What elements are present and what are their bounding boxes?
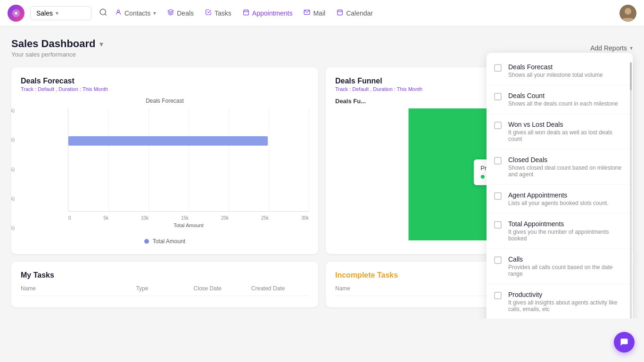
bar-row-2 xyxy=(68,153,309,166)
dropdown-checkbox-4[interactable] xyxy=(494,192,502,200)
dropdown-item-5[interactable]: Total Appointments It gives you the numb… xyxy=(487,214,633,249)
dropdown-item-text-7: Productivity It gives all insights about… xyxy=(508,291,625,313)
dropdown-checkbox-6[interactable] xyxy=(494,256,502,264)
x-label-3: 15k xyxy=(181,215,189,221)
y-label-1: Prospect (20%) xyxy=(11,137,18,142)
dropdown-item-4[interactable]: Agent Appointments Lists all your agents… xyxy=(487,185,633,214)
dropdown-item-3[interactable]: Closed Deals Shows closed deal count bas… xyxy=(487,149,633,185)
dropdown-item-title-5: Total Appointments xyxy=(508,220,625,228)
add-reports-chevron-icon: ▾ xyxy=(630,45,633,51)
workspace-selector[interactable]: Sales ▾ xyxy=(30,6,91,20)
tooltip-dot-icon xyxy=(480,175,484,179)
scrollbar-thumb[interactable] xyxy=(630,62,632,90)
bar-chart-area: New (10%) Prospect (20%) Proposal (30%) … xyxy=(21,108,309,230)
main-nav: Contacts ▾ Deals Tasks Appointments Ma xyxy=(115,7,619,19)
dropdown-checkbox-3[interactable] xyxy=(494,157,502,165)
my-tasks-col-created: Created Date xyxy=(251,285,309,292)
nav-contacts[interactable]: Contacts ▾ xyxy=(115,7,156,19)
bar-chart-inner: 0 5k 10k 15k 20k 25k 30k xyxy=(68,108,309,212)
x-label-4: 20k xyxy=(221,215,229,221)
x-label-1: 5k xyxy=(103,215,108,221)
grid-line-6 xyxy=(309,108,309,211)
workspace-chevron-icon: ▾ xyxy=(56,10,58,16)
nav-calendar[interactable]: Calendar xyxy=(337,7,373,19)
dropdown-item-desc-5: It gives you the number of appointments … xyxy=(508,229,625,242)
scrollbar-track xyxy=(630,62,632,319)
my-tasks-header: Name Type Close Date Created Date xyxy=(21,285,309,296)
dropdown-item-desc-3: Shows closed deal count based on milesto… xyxy=(508,165,625,178)
x-label-2: 10k xyxy=(141,215,149,221)
svg-point-1 xyxy=(100,9,106,15)
dropdown-checkbox-0[interactable] xyxy=(494,64,502,72)
my-tasks-col-type: Type xyxy=(136,285,193,292)
y-label-2: Proposal (30%) xyxy=(11,167,18,172)
dropdown-item-title-2: Won vs Lost Deals xyxy=(508,121,625,128)
appointments-icon xyxy=(243,9,249,17)
dropdown-item-1[interactable]: Deals Count Shows all the deals count in… xyxy=(487,85,633,114)
add-reports-label: Add Reports xyxy=(590,44,627,52)
dropdown-item-title-6: Calls xyxy=(508,255,625,263)
navbar: Sales ▾ Contacts ▾ Deals Tasks xyxy=(0,0,644,26)
legend-dot xyxy=(144,239,149,244)
page-title: Sales Dashboard xyxy=(11,38,96,50)
page-title-section: Sales Dashboard ▾ Your sales performance xyxy=(11,38,103,58)
chart-title-label: Deals Forecast xyxy=(21,98,309,104)
dropdown-item-text-0: Deals Forecast Shows all your milestone … xyxy=(508,63,603,78)
dropdown-checkbox-2[interactable] xyxy=(494,122,502,129)
x-axis-label: Total Amount xyxy=(68,222,309,228)
dropdown-checkbox-7[interactable] xyxy=(494,292,502,299)
deals-forecast-title: Deals Forecast xyxy=(21,77,309,85)
svg-point-13 xyxy=(625,8,631,15)
y-label-0: New (10%) xyxy=(11,108,18,113)
dropdown-item-text-6: Calls Provides all calls count based on … xyxy=(508,255,625,277)
x-label-6: 30k xyxy=(301,215,309,221)
nav-contacts-label: Contacts xyxy=(124,9,150,17)
dropdown-item-6[interactable]: Calls Provides all calls count based on … xyxy=(487,249,633,284)
nav-calendar-label: Calendar xyxy=(346,9,373,17)
dropdown-item-title-3: Closed Deals xyxy=(508,156,625,164)
nav-mail-label: Mail xyxy=(313,9,325,17)
y-label-4: Lost (0%) xyxy=(11,225,18,230)
add-reports-button[interactable]: Add Reports ▾ xyxy=(590,44,633,52)
dropdown-item-text-1: Deals Count Shows all the deals count in… xyxy=(508,92,618,107)
nav-deals[interactable]: Deals xyxy=(167,7,194,19)
search-button[interactable] xyxy=(99,8,107,18)
dropdown-item-title-7: Productivity xyxy=(508,291,625,298)
dropdown-item-desc-4: Lists all your agents booked slots count… xyxy=(508,200,609,206)
dropdown-item-title-4: Agent Appointments xyxy=(508,191,609,199)
dropdown-item-desc-7: It gives all insights about agents activ… xyxy=(508,299,625,313)
nav-deals-label: Deals xyxy=(177,9,194,17)
dropdown-checkbox-1[interactable] xyxy=(494,93,502,100)
contacts-chevron-icon: ▾ xyxy=(153,10,156,16)
legend-label: Total Amount xyxy=(153,238,185,245)
bar-fill-1 xyxy=(68,136,268,146)
dropdown-item-7[interactable]: Productivity It gives all insights about… xyxy=(487,284,633,319)
x-labels: 0 5k 10k 15k 20k 25k 30k xyxy=(68,215,309,221)
dropdown-item-2[interactable]: Won vs Lost Deals It gives all won deals… xyxy=(487,114,633,149)
calendar-icon xyxy=(337,9,343,17)
chart-legend: Total Amount xyxy=(21,238,309,245)
reports-dropdown: Deals Forecast Shows all your milestone … xyxy=(487,53,633,319)
deals-forecast-card: Deals Forecast Track : Default , Duratio… xyxy=(11,67,318,254)
contacts-icon xyxy=(115,9,122,17)
dropdown-item-0[interactable]: Deals Forecast Shows all your milestone … xyxy=(487,57,633,85)
x-label-5: 25k xyxy=(261,215,269,221)
dropdown-item-desc-2: It gives all won deals as well as lost d… xyxy=(508,129,625,142)
nav-appointments-label: Appointments xyxy=(252,9,293,17)
dropdown-item-text-4: Agent Appointments Lists all your agents… xyxy=(508,191,609,206)
nav-tasks-label: Tasks xyxy=(215,9,231,17)
svg-rect-8 xyxy=(338,10,343,15)
dropdown-checkbox-5[interactable] xyxy=(494,221,502,229)
nav-appointments[interactable]: Appointments xyxy=(243,7,293,19)
nav-tasks[interactable]: Tasks xyxy=(205,7,231,19)
deals-forecast-track: Track : Default , Duration : This Month xyxy=(21,86,309,92)
bars-container xyxy=(68,108,309,211)
user-avatar[interactable] xyxy=(619,5,636,22)
nav-mail[interactable]: Mail xyxy=(304,7,325,19)
page-title-chevron-icon[interactable]: ▾ xyxy=(99,40,103,49)
my-tasks-title: My Tasks xyxy=(21,271,309,280)
tasks-icon xyxy=(205,9,212,17)
bar-row-3 xyxy=(68,172,309,185)
mail-icon xyxy=(304,9,310,17)
svg-rect-3 xyxy=(244,10,249,15)
